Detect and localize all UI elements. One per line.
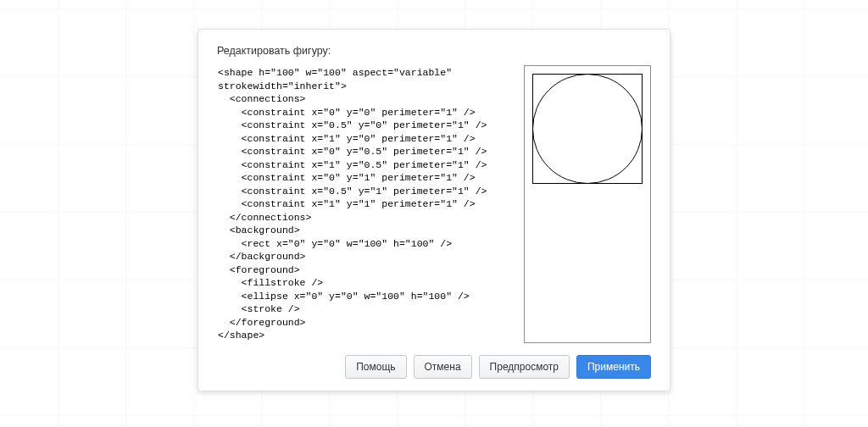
help-button[interactable]: Помощь: [345, 355, 406, 379]
apply-button[interactable]: Применить: [576, 355, 651, 379]
dialog-content: [217, 65, 651, 343]
shape-code-input[interactable]: [217, 65, 514, 343]
shape-preview: [524, 65, 651, 343]
preview-button[interactable]: Предпросмотр: [479, 355, 570, 379]
shape-preview-svg: [532, 74, 643, 184]
cancel-button[interactable]: Отмена: [414, 355, 472, 379]
dialog-title: Редактировать фигуру:: [217, 45, 651, 57]
preview-rect: [533, 75, 643, 184]
dialog-buttons: Помощь Отмена Предпросмотр Применить: [345, 355, 651, 379]
edit-shape-dialog: Редактировать фигуру: Помощь Отмена Пред…: [198, 29, 670, 391]
